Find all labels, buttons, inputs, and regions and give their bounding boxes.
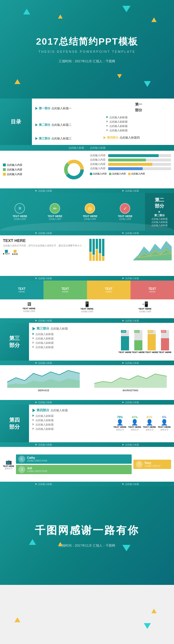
f5-left: ▶ 点此输入标题 (35, 361, 52, 365)
toc-arrow-4 (104, 136, 106, 139)
color-block-4: TEXT HERE (130, 281, 174, 299)
deco-tri-6 (144, 81, 151, 87)
person-icon-4: 👤 (161, 419, 168, 426)
s3-heading: 点此输入标题 (50, 327, 68, 331)
cover-meta: 汇报时间：2017年11月 汇报人：千图网 (59, 59, 115, 63)
slide-section4: 第四 部分 第四部分 点此输入标题 点此输入副标题 点此输入副标题 点此输入副标… (0, 405, 174, 442)
toc-items: 第一部分 点此输入标题一 第一 部分 第二部分 点此输入标题二 点此输入副标题 … (32, 99, 174, 145)
device-label-1: TEXT HERE (2, 307, 56, 310)
bc-5-b (102, 256, 104, 261)
s2-title: 第二 (155, 197, 164, 203)
bc-1-a (89, 239, 92, 252)
area-label-left: SERVICE (2, 389, 85, 392)
stacked-bars-section: 70% TEXT HERE 50% TEXT HERE 80% (116, 323, 174, 361)
device-3: 📲 TEXT HERE 点此输入说明 (116, 299, 174, 318)
slide-charts-1: 点此输入内容 点此输入内容 点此输入内容 点此输入内容 (0, 151, 174, 188)
area-svg-2 (89, 368, 172, 388)
slide-cover: 2017总结简约PPT模板 THESIS DEFENSE POWERPOINT … (0, 0, 174, 99)
person-stat-3: 81% 👤 TEXT HERE 说明文字 (143, 416, 156, 431)
icon-label-3: TEXT HERE (83, 215, 97, 218)
footer-strip-2: ▶ 点此输入标题 ▶ 点此输入标题 (0, 231, 174, 235)
bc-3-a (96, 239, 98, 249)
legend-A-label: 点此输入内容 (7, 163, 22, 167)
slide-toc: 目录 第一部分 点此输入标题一 第一 部分 第二部分 点此输入标题二 点此输入副… (0, 99, 174, 145)
footer-strip-5: ▶ 点此输入标题 ▶ 点此输入标题 (0, 361, 174, 365)
device-icons-left: 📺 TEXT HERE 说明文字 (3, 459, 14, 470)
toc-item-2-label: 第二部分 点此输入标题二 (39, 123, 72, 127)
f7-left: ▶ 点此输入标题 (35, 443, 52, 446)
color-block-1: TEXT HERE (0, 281, 44, 299)
stack-2: 50% TEXT HERE (132, 330, 145, 354)
footer-strip-6: ▶ 点此输入标题 ▶ 点此输入标题 (0, 400, 174, 405)
icon-boxes-row: ≡ TEXT HERE 点此输入说明 ✏ TEXT HERE 点此输入说明 ◎ … (0, 193, 145, 231)
toc-item-3-label: 第三部分 点此输入标题三 (39, 137, 72, 141)
area-chart-right: MARKETING (87, 365, 174, 400)
bc-1-b (89, 252, 92, 261)
chart-left: 点此输入内容 点此输入内容 点此输入内容 (0, 151, 87, 188)
s3-title: 第三部分 (37, 326, 49, 331)
toc-arrow-3 (35, 137, 38, 140)
bc-4-a (99, 239, 101, 253)
person-icon-3: 👤 (146, 419, 153, 426)
legend-B-label: 点此输入内容 (7, 168, 22, 172)
profile-juli: J Juli 点此输入说明文字内容 (16, 465, 132, 474)
f1-right: ▶ 点此输入标题 (122, 189, 139, 192)
f3-left: ▶ 点此输入标题 (35, 277, 52, 280)
people-stats: 79% 👤 TEXT HERE 说明文字 41% 👤 TEXT HERE 说明文… (110, 405, 174, 442)
monitor-icon: 🖥 (2, 301, 56, 307)
profile-cards-col: C Cathy 点此输入说明文字内容 J Juli 点此输入说明文字内容 (16, 454, 132, 474)
f2-left: ▶ 点此输入标题 (35, 232, 52, 235)
icon-box-1: ≡ TEXT HERE 点此输入说明 (11, 201, 28, 223)
toc-item-1: 第一部分 点此输入标题一 (35, 102, 102, 114)
icon-box-4: ✓ TEXT HERE 点此输入说明 (117, 201, 134, 223)
s4-heading: 点此输入标题 (50, 408, 68, 412)
slide-profile-cards: 📺 TEXT HERE 说明文字 C Cathy 点此输入说明文字内容 J Ju… (0, 447, 174, 482)
deco-tri-2 (58, 14, 63, 19)
f4-left: ▶ 点此输入标题 (35, 319, 52, 322)
device-1: 🖥 TEXT HERE 点此输入说明 (0, 299, 58, 318)
footer-strip-4: ▶ 点此输入标题 ▶ 点此输入标题 (0, 318, 174, 323)
mountain-chart-section (130, 235, 174, 276)
text-section: TEXT HERE 点此输入您的文字内容，您可以在这里输入说明文字，建议适当调整… (0, 235, 87, 276)
section4-block: 第四 部分 (0, 405, 29, 442)
person-icon-1: 👤 (116, 419, 124, 426)
bar-label-4: 点此输入内容 (90, 167, 107, 170)
text-here-title: TEXT HERE (3, 238, 84, 243)
ty-tri-3 (122, 545, 130, 551)
lr-3 (128, 173, 130, 175)
icon-3: ◎ (85, 203, 95, 214)
color-blocks-row: TEXT HERE TEXT HERE TEXT HERE TEXT HERE (0, 281, 174, 299)
cover-main-title: 2017总结简约PPT模板 (36, 35, 138, 48)
icon-1: ≡ (14, 203, 25, 214)
tony-name: Tony (144, 461, 161, 465)
f1-left: ▶ 点此输入标题 (35, 189, 52, 192)
sub-arrow-1 (106, 116, 108, 118)
profile-tony: T Tony 点此输入说明文字 (133, 460, 171, 469)
legend-right: 点此输入内容 点此输入内容 点此输入内容 (90, 172, 171, 175)
f6-right: ▶ 点此输入标题 (122, 401, 139, 404)
icon-label-1: TEXT HERE (12, 215, 27, 218)
slide-colored-blocks: TEXT HERE TEXT HERE TEXT HERE TEXT HERE … (0, 281, 174, 318)
tony-avatar: T (136, 461, 143, 468)
section3-content: 第三部分 点此输入标题 点此输入副标题 点此输入副标题 点此输入副标题 点此输入… (29, 323, 116, 361)
s3-num: 第三 (9, 335, 20, 342)
bar-key-2 (14, 250, 17, 253)
icon-label-4: TEXT HERE (118, 215, 133, 218)
person-stat-4: 6% 👤 TEXT HERE 说明文字 (158, 416, 171, 431)
juli-name: Juli (27, 467, 47, 470)
toc-item-3: 第三部分 点此输入标题三 (35, 136, 102, 141)
section4-content: 第四部分 点此输入标题 点此输入副标题 点此输入副标题 点此输入副标题 点此输入… (29, 405, 110, 442)
s4-num: 第四 (9, 416, 20, 423)
bc-3-b (96, 249, 98, 261)
device-2: 📱 TEXT HERE 点此输入说明 (58, 299, 116, 318)
slide-section2-icons: ≡ TEXT HERE 点此输入说明 ✏ TEXT HERE 点此输入说明 ◎ … (0, 193, 174, 231)
profile-cathy: C Cathy 点此输入说明文字内容 (16, 454, 132, 464)
sub-item-1: 点此输入副标题 (109, 116, 128, 119)
area-svg-1 (2, 368, 85, 388)
juli-avatar: J (18, 466, 25, 473)
toc-item-1-label: 第一部分 点此输入标题一 (39, 106, 72, 110)
person-stat-1: 79% 👤 TEXT HERE 说明文字 (113, 416, 126, 431)
bar-fill-4 (108, 167, 143, 170)
deco-tri-3 (122, 6, 130, 12)
lr-1 (90, 173, 92, 175)
